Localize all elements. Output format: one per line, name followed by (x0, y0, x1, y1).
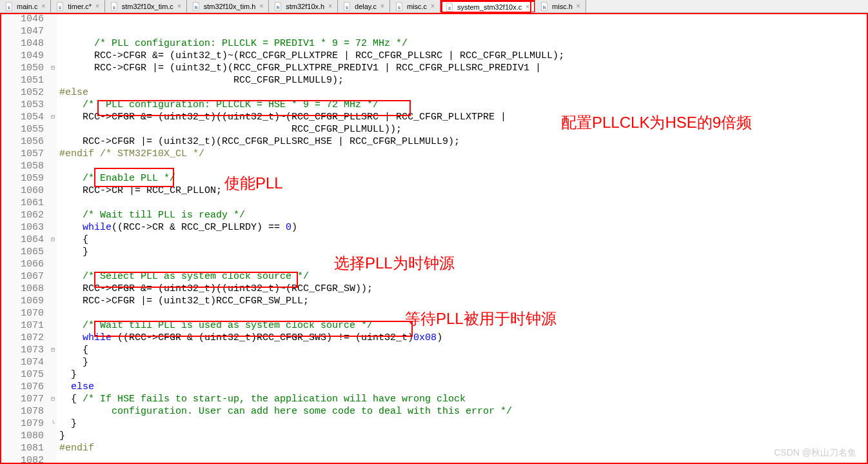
code-line[interactable]: #else (59, 86, 868, 99)
svg-text:h: h (277, 5, 279, 9)
code-line[interactable]: RCC->CFGR |= (uint32_t)RCC_CFGR_SW_PLL; (59, 295, 868, 307)
code-area[interactable]: /* PLL configuration: PLLCLK = PREDIV1 *… (57, 13, 868, 464)
code-line[interactable] (59, 160, 868, 172)
code-line[interactable]: configuration. User can add here some co… (59, 405, 868, 418)
line-number: 1075 (0, 368, 44, 381)
code-line[interactable]: RCC_CFGR_PLLMULL)); (59, 123, 868, 136)
fold-marker[interactable]: ⊟ (49, 234, 57, 246)
code-line[interactable]: RCC->CR |= RCC_CR_PLLON; (59, 185, 868, 197)
close-icon[interactable]: × (95, 3, 99, 10)
code-line[interactable]: /* Select PLL as system clock source */ (59, 270, 868, 283)
tab-misc-c[interactable]: cmisc.c× (390, 0, 440, 12)
fold-marker (49, 295, 57, 307)
fold-marker[interactable]: ⊟ (49, 344, 57, 356)
line-number: 1067 (0, 270, 44, 283)
code-line[interactable] (59, 307, 868, 319)
code-line[interactable]: while ((RCC->CFGR & (uint32_t)RCC_CFGR_S… (59, 332, 868, 344)
fold-marker[interactable]: ⊟ (49, 111, 57, 123)
code-line[interactable]: RCC->CFGR |= (uint32_t)(RCC_CFGR_PLLXTPR… (59, 62, 868, 74)
tab-label: system_stm32f10x.c (457, 3, 522, 11)
line-number: 1061 (0, 197, 44, 209)
tab-system-stm32f10x-c[interactable]: csystem_stm32f10x.c× (440, 0, 535, 12)
fold-marker[interactable]: ⊟ (49, 62, 57, 74)
code-line[interactable]: } (59, 356, 868, 368)
code-line[interactable]: } (59, 430, 868, 442)
code-editor[interactable]: 1046104710481049105010511052105310541055… (0, 13, 868, 464)
tab-stm32f10x-tim-h[interactable]: hstm32f10x_tim.h× (187, 0, 270, 12)
svg-text:h: h (543, 5, 546, 9)
fold-marker (49, 25, 57, 37)
fold-marker (49, 13, 57, 25)
code-line[interactable]: while((RCC->CR & RCC_CR_PLLRDY) == 0) (59, 221, 868, 234)
tab-stm32f10x-tim-c[interactable]: cstm32f10x_tim.c× (105, 0, 187, 12)
close-icon[interactable]: × (328, 3, 332, 10)
code-line[interactable]: { (59, 344, 868, 356)
close-icon[interactable]: × (526, 3, 529, 10)
line-number-gutter: 1046104710481049105010511052105310541055… (0, 13, 49, 464)
code-line[interactable]: } (59, 246, 868, 258)
line-number: 1056 (0, 136, 44, 148)
tab-label: delay.c (355, 3, 377, 10)
fold-marker (49, 99, 57, 111)
code-line[interactable]: /* PLL configuration: PLLCLK = HSE * 9 =… (59, 99, 868, 111)
c-file-icon: c (446, 3, 455, 12)
tab-label: stm32f10x.h (286, 3, 324, 10)
code-line[interactable]: /* Wait till PLL is ready */ (59, 209, 868, 221)
fold-marker[interactable]: ⊟ (49, 393, 57, 405)
line-number: 1052 (0, 86, 44, 99)
c-file-icon: c (343, 2, 352, 11)
line-number: 1048 (0, 37, 44, 50)
code-line[interactable]: /* Wait till PLL is used as system clock… (59, 319, 868, 332)
tab-label: misc.h (552, 3, 573, 10)
close-icon[interactable]: × (431, 3, 435, 10)
c-file-icon: c (56, 2, 65, 11)
line-number: 1071 (0, 319, 44, 332)
code-line[interactable]: else (59, 381, 868, 393)
fold-marker (49, 381, 57, 393)
fold-marker (49, 442, 57, 454)
watermark: CSDN @秋山刀名鱼 (774, 447, 856, 459)
code-line[interactable]: #endif /* STM32F10X_CL */ (59, 148, 868, 160)
code-line[interactable] (59, 25, 868, 37)
fold-marker (49, 209, 57, 221)
close-icon[interactable]: × (380, 3, 384, 10)
close-icon[interactable]: × (177, 3, 181, 10)
code-line[interactable] (59, 258, 868, 270)
code-line[interactable]: { (59, 234, 868, 246)
line-number: 1053 (0, 99, 44, 111)
code-line[interactable]: RCC->CFGR |= (uint32_t)(RCC_CFGR_PLLSRC_… (59, 136, 868, 148)
line-number: 1074 (0, 356, 44, 368)
code-line[interactable]: } (59, 418, 868, 430)
tab-main-c[interactable]: cmain.c× (0, 0, 51, 12)
code-line[interactable]: RCC->CFGR &= (uint32_t)((uint32_t)~(RCC_… (59, 111, 868, 123)
line-number: 1046 (0, 13, 44, 25)
code-line[interactable] (59, 13, 868, 25)
code-line[interactable]: RCC_CFGR_PLLMULL9); (59, 74, 868, 86)
c-file-icon: c (110, 2, 119, 11)
tab-delay-c[interactable]: cdelay.c× (338, 0, 390, 12)
code-line[interactable] (59, 197, 868, 209)
fold-column: ⊟⊟⊟⊟⊟└ (49, 13, 57, 464)
line-number: 1060 (0, 185, 44, 197)
fold-marker (49, 258, 57, 270)
tab-misc-h[interactable]: hmisc.h× (535, 0, 586, 12)
close-icon[interactable]: × (577, 3, 580, 10)
code-line[interactable]: RCC->CFGR &= (uint32_t)((uint32_t)~(RCC_… (59, 283, 868, 295)
svg-text:c: c (59, 5, 61, 9)
line-number: 1057 (0, 148, 44, 160)
fold-marker (49, 172, 57, 185)
close-icon[interactable]: × (41, 3, 45, 10)
code-line[interactable]: } (59, 368, 868, 381)
h-file-icon: h (192, 2, 201, 11)
code-line[interactable] (59, 454, 868, 464)
tab-label: timer.c* (68, 3, 92, 10)
code-line[interactable]: /* Enable PLL */ (59, 172, 868, 185)
fold-marker[interactable]: └ (49, 418, 57, 430)
code-line[interactable]: /* PLL configuration: PLLCLK = PREDIV1 *… (59, 37, 868, 50)
code-line[interactable]: #endif (59, 442, 868, 454)
code-line[interactable]: RCC->CFGR &= (uint32_t)~(RCC_CFGR_PLLXTP… (59, 50, 868, 62)
tab-timer-c-[interactable]: ctimer.c*× (51, 0, 105, 12)
tab-stm32f10x-h[interactable]: hstm32f10x.h× (269, 0, 338, 12)
close-icon[interactable]: × (259, 3, 263, 10)
code-line[interactable]: { /* If HSE fails to start-up, the appli… (59, 393, 868, 405)
